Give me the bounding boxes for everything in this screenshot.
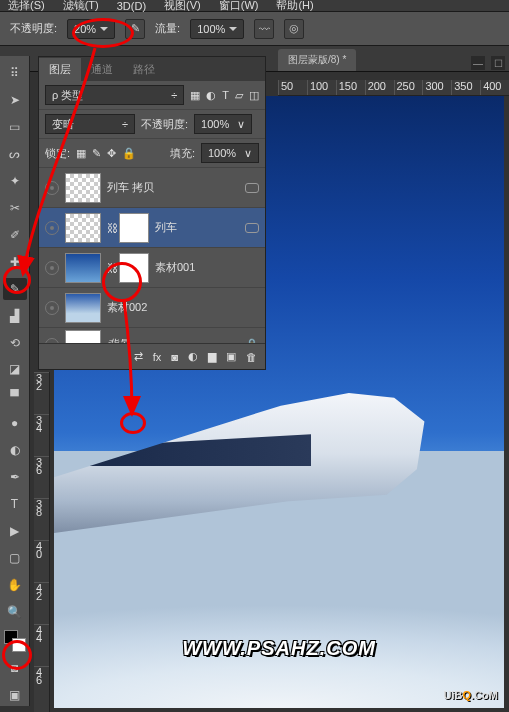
ruler-horizontal: 50100150200250300350400 [278,80,509,96]
move-tool[interactable]: ➤ [3,89,27,111]
visibility-icon[interactable] [45,181,59,195]
pen-tool[interactable]: ✒ [3,466,27,488]
layer-row[interactable]: 列车 拷贝 [39,168,265,208]
screenmode-tool[interactable]: ▣ [3,684,27,706]
dodge-tool[interactable]: ◐ [3,439,27,461]
visibility-icon[interactable] [45,261,59,275]
brush-tool[interactable]: ✎ [3,278,27,300]
panel-opacity-label: 不透明度: [141,117,188,132]
lock-position-icon[interactable]: ✥ [107,147,116,160]
layer-row[interactable]: 素材002 [39,288,265,328]
hand-tool[interactable]: ✋ [3,574,27,596]
healing-tool[interactable]: ✚ [3,251,27,273]
eyedropper-tool[interactable]: ✐ [3,224,27,246]
flow-combo[interactable]: 100% [190,19,244,39]
layer-mask-thumb[interactable] [119,213,149,243]
layer-row[interactable]: ⛓ 列车 [39,208,265,248]
mask-link-icon[interactable]: ⛓ [107,222,113,234]
shape-tool[interactable]: ▢ [3,547,27,569]
document-tab[interactable]: 图层蒙版/8) * [278,49,356,71]
color-swatch[interactable] [4,630,26,652]
opacity-value: 20% [74,23,96,35]
menu-filter[interactable]: 滤镜(T) [63,0,99,13]
crop-tool[interactable]: ✂ [3,197,27,219]
new-layer-icon[interactable]: ▣ [226,350,236,363]
add-mask-icon[interactable]: ◙ [171,351,178,363]
tab-layers[interactable]: 图层 [39,58,81,81]
chevron-down-icon [229,27,237,31]
menu-help[interactable]: 帮助(H) [276,0,313,13]
type-tool[interactable]: T [3,493,27,515]
menu-view[interactable]: 视图(V) [164,0,201,13]
layer-thumb[interactable] [65,253,101,283]
layer-filter-kind[interactable]: ρ 类型÷ [45,85,184,105]
mask-link-icon[interactable]: ⛓ [107,262,113,274]
layer-row[interactable]: ⛓ 素材001 [39,248,265,288]
link-layers-icon[interactable]: ⇄ [134,350,143,363]
ruler-vertical: 3234363840424446 [34,372,50,712]
panel-opacity-combo[interactable]: 100%∨ [194,114,252,134]
lock-label: 锁定: [45,146,70,161]
fill-label: 填充: [170,146,195,161]
pressure-size-icon[interactable]: ◎ [284,19,304,39]
layer-list: 列车 拷贝 ⛓ 列车 ⛓ 素材001 素材002 背景 🔒 [39,168,265,346]
chevron-down-icon [100,27,108,31]
eraser-tool[interactable]: ◪ [3,358,27,380]
filter-smart-icon[interactable]: ◫ [249,89,259,102]
layer-thumb[interactable] [65,173,101,203]
background-color[interactable] [12,638,26,652]
watermark-site: UiBQ.CoM [444,687,498,702]
flow-label: 流量: [155,21,180,36]
canvas-artwork-train [54,390,432,549]
restore-button[interactable]: ☐ [491,56,505,70]
layer-thumb[interactable] [65,213,101,243]
filter-shape-icon[interactable]: ▱ [235,89,243,102]
blur-tool[interactable]: ● [3,412,27,434]
link-icon[interactable] [245,223,259,233]
fill-combo[interactable]: 100%∨ [201,143,259,163]
adjustment-layer-icon[interactable]: ◐ [188,350,198,363]
zoom-tool[interactable]: 🔍 [3,601,27,623]
watermark-text: WWW.PSAHZ.COM [182,637,376,660]
menu-window[interactable]: 窗口(W) [219,0,259,13]
tab-channels[interactable]: 通道 [81,58,123,81]
path-select-tool[interactable]: ▶ [3,520,27,542]
marquee-tool[interactable]: ▭ [3,116,27,138]
options-bar: 不透明度: 20% ✎ 流量: 100% 〰 ◎ [0,12,509,46]
pressure-opacity-icon[interactable]: ✎ [125,19,145,39]
link-icon[interactable] [245,183,259,193]
quick-select-tool[interactable]: ✦ [3,170,27,192]
opacity-label: 不透明度: [10,21,57,36]
lasso-tool[interactable]: ᔕ [3,143,27,165]
flow-value: 100% [197,23,225,35]
opacity-combo[interactable]: 20% [67,19,115,39]
menu-3d[interactable]: 3D(D) [117,0,146,12]
tab-paths[interactable]: 路径 [123,58,165,81]
filter-type-icon[interactable]: T [222,89,229,101]
history-brush-tool[interactable]: ⟲ [3,332,27,354]
layer-mask-thumb[interactable] [119,253,149,283]
visibility-icon[interactable] [45,301,59,315]
blend-mode-combo[interactable]: 变暗÷ [45,114,135,134]
fx-icon[interactable]: fx [153,351,162,363]
quickmask-tool[interactable]: ◙ [3,657,27,679]
stamp-tool[interactable]: ▟ [3,305,27,327]
visibility-icon[interactable] [45,221,59,235]
filter-pixel-icon[interactable]: ▦ [190,89,200,102]
layers-panel: 图层 通道 路径 ρ 类型÷ ▦ ◐ T ▱ ◫ 变暗÷ 不透明度: 100%∨… [38,56,266,370]
group-icon[interactable]: ▆ [208,350,216,363]
delete-layer-icon[interactable]: 🗑 [246,351,257,363]
menu-bar: 选择(S) 滤镜(T) 3D(D) 视图(V) 窗口(W) 帮助(H) [0,0,509,12]
handle-icon[interactable]: ⠿ [3,62,27,84]
airbrush-icon[interactable]: 〰 [254,19,274,39]
layer-thumb[interactable] [65,293,101,323]
toolbar: ⠿ ➤ ▭ ᔕ ✦ ✂ ✐ ✚ ✎ ▟ ⟲ ◪ ▀ ● ◐ ✒ T ▶ ▢ ✋ … [0,56,30,706]
lock-all-icon[interactable]: 🔒 [122,147,136,160]
lock-image-icon[interactable]: ✎ [92,147,101,160]
menu-select[interactable]: 选择(S) [8,0,45,13]
minimize-button[interactable]: — [471,56,485,70]
filter-adjust-icon[interactable]: ◐ [206,89,216,102]
gradient-tool[interactable]: ▀ [3,385,27,407]
lock-transparent-icon[interactable]: ▦ [76,147,86,160]
